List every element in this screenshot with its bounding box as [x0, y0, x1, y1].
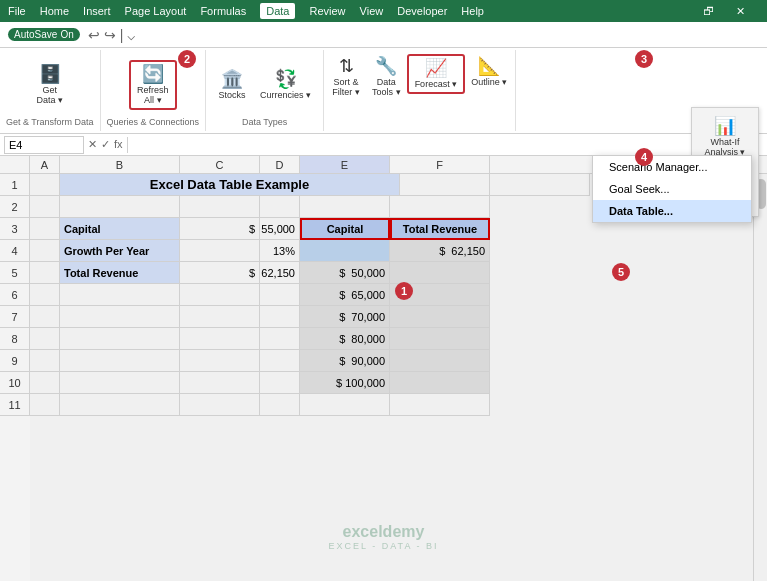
forecast-button[interactable]: 📈 Forecast ▾: [407, 54, 466, 94]
cell-e7[interactable]: $ 70,000: [300, 306, 390, 328]
cell-d9[interactable]: [260, 350, 300, 372]
cell-b1-merged[interactable]: Excel Data Table Example: [60, 174, 400, 196]
data-tools-button[interactable]: 🔧 DataTools ▾: [366, 54, 407, 100]
cell-c5[interactable]: $: [180, 262, 260, 284]
cell-b3[interactable]: Capital: [60, 218, 180, 240]
cell-c7[interactable]: [180, 306, 260, 328]
cell-a10[interactable]: [30, 372, 60, 394]
cell-a4[interactable]: [30, 240, 60, 262]
cell-b8[interactable]: [60, 328, 180, 350]
menu-home[interactable]: Home: [40, 5, 69, 17]
cell-a6[interactable]: [30, 284, 60, 306]
cell-f2[interactable]: [390, 196, 490, 218]
cell-a8[interactable]: [30, 328, 60, 350]
cell-c2[interactable]: [180, 196, 260, 218]
cell-b11[interactable]: [60, 394, 180, 416]
row-header-1[interactable]: 1: [0, 174, 30, 196]
customize-icon[interactable]: ⌵: [127, 27, 135, 43]
cell-d3[interactable]: 55,000: [260, 218, 300, 240]
cell-a1[interactable]: [30, 174, 60, 196]
cell-d11[interactable]: [260, 394, 300, 416]
cancel-formula-icon[interactable]: ✕: [88, 138, 97, 151]
menu-help[interactable]: Help: [461, 5, 484, 17]
cell-a2[interactable]: [30, 196, 60, 218]
row-header-8[interactable]: 8: [0, 328, 30, 350]
row-header-7[interactable]: 7: [0, 306, 30, 328]
cell-a7[interactable]: [30, 306, 60, 328]
menu-developer[interactable]: Developer: [397, 5, 447, 17]
scenario-manager-item[interactable]: Scenario Manager...: [593, 156, 751, 178]
cell-e2[interactable]: [300, 196, 390, 218]
cell-e8[interactable]: $ 80,000: [300, 328, 390, 350]
autosave-toggle[interactable]: AutoSave On: [8, 28, 80, 41]
menu-data[interactable]: Data: [260, 3, 295, 19]
menu-review[interactable]: Review: [309, 5, 345, 17]
undo-icon[interactable]: ↩: [88, 27, 100, 43]
cell-d6[interactable]: [260, 284, 300, 306]
vertical-scrollbar[interactable]: [753, 174, 767, 581]
cell-a5[interactable]: [30, 262, 60, 284]
what-if-analysis-button[interactable]: 📊 What-IfAnalysis ▾: [695, 111, 755, 161]
row-header-6[interactable]: 6: [0, 284, 30, 306]
cell-f4[interactable]: $ 62,150: [390, 240, 490, 262]
cell-a11[interactable]: [30, 394, 60, 416]
cell-e9[interactable]: $ 90,000: [300, 350, 390, 372]
cell-d7[interactable]: [260, 306, 300, 328]
cell-d8[interactable]: [260, 328, 300, 350]
cell-f1[interactable]: [490, 174, 590, 196]
cell-d2[interactable]: [260, 196, 300, 218]
goal-seek-item[interactable]: Goal Seek...: [593, 178, 751, 200]
minimize-icon[interactable]: 🗗: [703, 5, 714, 18]
cell-f7[interactable]: [390, 306, 490, 328]
cell-d10[interactable]: [260, 372, 300, 394]
menu-formulas[interactable]: Formulas: [200, 5, 246, 17]
menu-file[interactable]: File: [8, 5, 26, 17]
cell-b5[interactable]: Total Revenue: [60, 262, 180, 284]
col-header-e[interactable]: E: [300, 156, 390, 174]
col-header-f[interactable]: F: [390, 156, 490, 174]
cell-c9[interactable]: [180, 350, 260, 372]
cell-b10[interactable]: [60, 372, 180, 394]
col-header-a[interactable]: A: [30, 156, 60, 174]
cell-b6[interactable]: [60, 284, 180, 306]
cell-d5[interactable]: 62,150: [260, 262, 300, 284]
refresh-all-button[interactable]: 🔄 RefreshAll ▾: [129, 60, 177, 110]
cell-b9[interactable]: [60, 350, 180, 372]
menu-insert[interactable]: Insert: [83, 5, 111, 17]
sort-filter-button[interactable]: ⇅ Sort &Filter ▾: [326, 54, 366, 100]
cell-c8[interactable]: [180, 328, 260, 350]
cell-c11[interactable]: [180, 394, 260, 416]
cell-f10[interactable]: [390, 372, 490, 394]
menu-page-layout[interactable]: Page Layout: [125, 5, 187, 17]
cell-b2[interactable]: [60, 196, 180, 218]
row-header-11[interactable]: 11: [0, 394, 30, 416]
row-header-10[interactable]: 10: [0, 372, 30, 394]
cell-f3-revenue[interactable]: Total Revenue: [390, 218, 490, 240]
cell-b4[interactable]: Growth Per Year: [60, 240, 180, 262]
cell-f8[interactable]: [390, 328, 490, 350]
cell-f5[interactable]: [390, 262, 490, 284]
row-header-9[interactable]: 9: [0, 350, 30, 372]
cell-d4[interactable]: 13%: [260, 240, 300, 262]
cell-c4[interactable]: [180, 240, 260, 262]
cell-reference-input[interactable]: [4, 136, 84, 154]
row-header-4[interactable]: 4: [0, 240, 30, 262]
get-data-button[interactable]: 🗄️ GetData ▾: [30, 62, 70, 108]
cell-e3-capital[interactable]: Capital: [300, 218, 390, 240]
cell-f9[interactable]: [390, 350, 490, 372]
cell-a3[interactable]: [30, 218, 60, 240]
cell-e10[interactable]: $ 100,000: [300, 372, 390, 394]
currencies-button[interactable]: 💱 Currencies ▾: [254, 67, 317, 103]
redo-icon[interactable]: ↪: [104, 27, 116, 43]
insert-function-icon[interactable]: fx: [114, 138, 123, 151]
data-table-item[interactable]: Data Table...: [593, 200, 751, 222]
row-header-5[interactable]: 5: [0, 262, 30, 284]
cell-e1[interactable]: [400, 174, 490, 196]
cell-e6[interactable]: $ 65,000: [300, 284, 390, 306]
maximize-icon[interactable]: ✕: [736, 5, 745, 18]
row-header-3[interactable]: 3: [0, 218, 30, 240]
col-header-b[interactable]: B: [60, 156, 180, 174]
menu-view[interactable]: View: [360, 5, 384, 17]
cell-c10[interactable]: [180, 372, 260, 394]
formula-input[interactable]: [132, 138, 763, 152]
